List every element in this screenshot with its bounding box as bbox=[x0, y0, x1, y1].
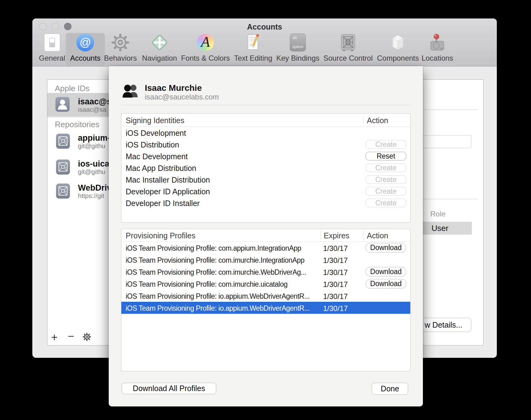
download-button[interactable]: Download bbox=[366, 279, 406, 289]
general-icon bbox=[43, 33, 62, 52]
toolbar-label: Locations bbox=[422, 54, 453, 63]
signing-identity-label: Mac Development bbox=[126, 152, 188, 161]
toolbar-tab-navigation[interactable]: Navigation bbox=[138, 33, 181, 66]
toolbar-label: Key Bindings bbox=[276, 54, 319, 63]
signing-row[interactable]: iOS Distribution Create bbox=[121, 139, 410, 150]
provisioning-row[interactable]: iOS Team Provisioning Profile: com.imurc… bbox=[121, 278, 410, 290]
toolbar-label: Components bbox=[377, 54, 419, 63]
signing-identities-title: Signing Identities bbox=[126, 116, 184, 125]
repository-safe-icon bbox=[56, 184, 70, 199]
toolbar-tab-behaviors[interactable]: Behaviors bbox=[100, 33, 141, 66]
screenshot-stage: Accounts General @ Accounts bbox=[0, 0, 531, 420]
signing-identity-label: Developer ID Installer bbox=[126, 199, 200, 208]
profile-expires: 1/30/17 bbox=[323, 292, 348, 301]
sidebar-repo-subtitle: git@githu bbox=[78, 168, 105, 176]
sidebar-account-title: isaac@s bbox=[78, 97, 111, 107]
toolbar-tab-source-control[interactable]: Source Control bbox=[319, 33, 377, 66]
provisioning-profiles-title: Provisioning Profiles bbox=[126, 231, 196, 240]
toolbar-tab-general[interactable]: General bbox=[34, 33, 69, 66]
sidebar-repo-title[interactable]: appium- bbox=[78, 133, 110, 143]
download-button[interactable]: Download bbox=[366, 243, 406, 252]
create-button[interactable]: Create bbox=[366, 187, 406, 196]
profile-name: iOS Team Provisioning Profile: com.imurc… bbox=[126, 280, 287, 289]
view-details-button[interactable]: w Details... bbox=[416, 318, 471, 332]
provisioning-profiles-table: Provisioning Profiles Expires Action iOS… bbox=[121, 229, 411, 371]
signing-identity-label: Mac App Distribution bbox=[126, 164, 196, 173]
profile-expires: 1/30/17 bbox=[323, 256, 348, 265]
toolbar-tab-fonts-colors[interactable]: A Fonts & Colors bbox=[177, 33, 234, 66]
window-title: Accounts bbox=[32, 22, 497, 31]
text-editing-icon bbox=[244, 33, 263, 52]
sidebar-repo-subtitle: https://git bbox=[78, 192, 104, 200]
provisioning-row[interactable]: iOS Team Provisioning Profile: com.imurc… bbox=[121, 266, 410, 278]
view-details-label: w Details... bbox=[425, 321, 462, 329]
provisioning-row[interactable]: iOS Team Provisioning Profile: io.appium… bbox=[121, 290, 410, 302]
signing-row[interactable]: Developer ID Application Create bbox=[121, 185, 410, 197]
done-button[interactable]: Done bbox=[372, 383, 408, 395]
create-button[interactable]: Create bbox=[366, 175, 406, 184]
sidebar-repo-title[interactable]: WebDriv bbox=[78, 183, 111, 193]
download-all-profiles-button[interactable]: Download All Profiles bbox=[122, 383, 216, 394]
signing-row[interactable]: iOS Development bbox=[121, 127, 410, 139]
add-account-button[interactable]: + bbox=[51, 332, 58, 343]
column-separator bbox=[363, 115, 363, 125]
provisioning-profiles-header: Provisioning Profiles Expires Action bbox=[121, 229, 410, 242]
toolbar-label: Text Editing bbox=[234, 54, 272, 63]
toolbar-tab-key-bindings[interactable]: alt option Key Bindings bbox=[272, 33, 324, 66]
repository-safe-icon bbox=[56, 134, 70, 149]
navigation-diamond-icon bbox=[150, 33, 169, 52]
repository-safe-icon bbox=[56, 160, 70, 175]
sidebar-account-subtitle: isaac@sa bbox=[78, 106, 107, 113]
right-pane-divider bbox=[423, 110, 478, 110]
toolbar-label: Behaviors bbox=[104, 54, 137, 63]
column-separator bbox=[321, 231, 321, 240]
option-keycap-icon: alt option bbox=[288, 33, 307, 52]
toolbar-tab-text-editing[interactable]: Text Editing bbox=[230, 33, 277, 66]
column-separator bbox=[363, 231, 363, 240]
profile-name: iOS Team Provisioning Profile: io.appium… bbox=[126, 304, 310, 313]
team-avatar-icon bbox=[121, 83, 140, 100]
detail-text-input[interactable] bbox=[419, 135, 472, 148]
component-box-icon bbox=[388, 33, 407, 52]
create-button[interactable]: Create bbox=[366, 199, 406, 207]
profile-name: iOS Team Provisioning Profile: io.appium… bbox=[126, 292, 310, 301]
signing-row[interactable]: Mac Installer Distribution Create bbox=[121, 174, 410, 185]
toolbar-label: Source Control bbox=[323, 54, 373, 63]
signing-identity-label: Developer ID Application bbox=[126, 187, 210, 196]
toolbar-tab-locations[interactable]: Locations bbox=[417, 33, 458, 66]
profile-expires: 1/30/17 bbox=[323, 304, 348, 313]
repositories-header: Repositories bbox=[55, 120, 99, 129]
disk-joystick-icon bbox=[428, 33, 447, 52]
account-settings-gear-icon[interactable] bbox=[83, 333, 91, 342]
gear-icon bbox=[111, 33, 130, 52]
profile-expires: 1/30/17 bbox=[323, 244, 348, 253]
profile-name: iOS Team Provisioning Profile: com.imurc… bbox=[126, 268, 306, 277]
apple-ids-header: Apple IDs bbox=[55, 84, 90, 93]
profile-name: iOS Team Provisioning Profile: com.imurc… bbox=[126, 256, 304, 265]
reset-button[interactable]: Reset bbox=[366, 152, 406, 160]
remove-account-button[interactable]: − bbox=[68, 331, 74, 342]
toolbar-label: Navigation bbox=[142, 54, 177, 63]
account-holder-email: isaac@saucelabs.com bbox=[145, 93, 219, 101]
provisioning-row[interactable]: iOS Team Provisioning Profile: com.imurc… bbox=[121, 254, 410, 266]
signing-row[interactable]: Mac App Distribution Create bbox=[121, 162, 410, 174]
provisioning-row-selected[interactable]: iOS Team Provisioning Profile: io.appium… bbox=[121, 302, 410, 314]
sidebar-repo-title[interactable]: ios-uicat bbox=[78, 159, 112, 169]
create-button[interactable]: Create bbox=[366, 140, 406, 149]
provisioning-row[interactable]: iOS Team Provisioning Profile: com.appiu… bbox=[121, 242, 410, 254]
signing-row[interactable]: Developer ID Installer Create bbox=[121, 197, 410, 209]
person-icon bbox=[55, 97, 70, 112]
signing-identity-label: iOS Development bbox=[126, 129, 186, 138]
expires-column-header: Expires bbox=[324, 231, 349, 240]
toolbar-tab-components[interactable]: Components bbox=[373, 33, 423, 66]
signing-row[interactable]: Mac Development Reset bbox=[121, 150, 410, 162]
accounts-at-icon: @ bbox=[76, 33, 95, 52]
apple-id-detail-sheet: Isaac Murchie isaac@saucelabs.com Signin… bbox=[109, 66, 423, 406]
action-column-header: Action bbox=[367, 116, 388, 125]
detail-text-field[interactable] bbox=[419, 135, 471, 148]
create-button[interactable]: Create bbox=[366, 164, 406, 172]
toolbar-tab-accounts[interactable]: @ Accounts bbox=[66, 33, 105, 66]
account-holder-name: Isaac Murchie bbox=[145, 83, 202, 93]
download-button[interactable]: Download bbox=[366, 267, 406, 277]
toolbar-label: Fonts & Colors bbox=[181, 54, 230, 63]
